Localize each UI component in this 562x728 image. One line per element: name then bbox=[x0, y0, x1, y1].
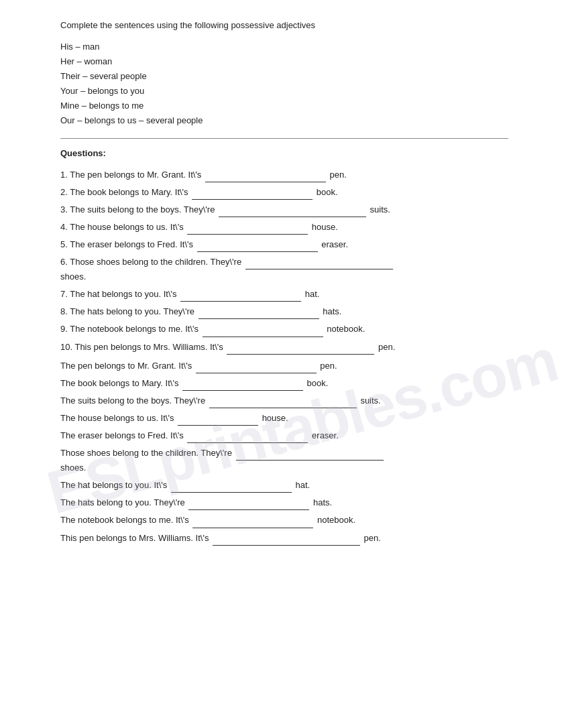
question-4: 4. The house belongs to us. It\'s house. bbox=[60, 220, 508, 235]
question-10: 10. This pen belongs to Mrs. Williams. I… bbox=[60, 340, 508, 355]
repeat-blank-8[interactable] bbox=[188, 501, 309, 510]
repeat-blank-1[interactable] bbox=[196, 364, 317, 373]
blank-8[interactable] bbox=[199, 310, 319, 319]
repeat-blank-5[interactable] bbox=[187, 434, 308, 443]
repeat-blank-4[interactable] bbox=[178, 416, 258, 426]
repeat-9: The notebook belongs to me. It\'s notebo… bbox=[60, 513, 508, 528]
blank-9[interactable] bbox=[203, 328, 323, 337]
repeat-blank-6[interactable] bbox=[236, 451, 384, 461]
vocab-item-6: Our – belongs to us – several people bbox=[60, 113, 508, 128]
vocab-list: His – man Her – woman Their – several pe… bbox=[60, 40, 508, 129]
repeat-blank-2[interactable] bbox=[182, 381, 303, 391]
blank-5[interactable] bbox=[197, 243, 318, 252]
question-5: 5. The eraser belongs to Fred. It\'s era… bbox=[60, 237, 508, 252]
question-8: 8. The hats belong to you. They\'re hats… bbox=[60, 304, 508, 319]
questions-section: 1. The pen belongs to Mr. Grant. It\'s p… bbox=[60, 168, 508, 355]
blank-6[interactable] bbox=[245, 260, 393, 269]
blank-1[interactable] bbox=[205, 173, 326, 182]
repeat-blank-9[interactable] bbox=[192, 519, 313, 528]
vocab-item-1: His – man bbox=[60, 40, 508, 54]
repeat-blank-10[interactable] bbox=[213, 536, 360, 546]
blank-4[interactable] bbox=[187, 225, 308, 235]
repeat-2: The book belongs to Mary. It\'s book. bbox=[60, 376, 508, 391]
vocab-item-4: Your – belongs to you bbox=[60, 84, 508, 99]
blank-10[interactable] bbox=[227, 345, 374, 355]
question-1: 1. The pen belongs to Mr. Grant. It\'s p… bbox=[60, 168, 508, 182]
repeat-7: The hat belongs to you. It\'s hat. bbox=[60, 478, 508, 493]
page: Complete the sentences using the followi… bbox=[0, 0, 562, 568]
repeat-section: The pen belongs to Mr. Grant. It\'s pen.… bbox=[60, 359, 508, 546]
question-6: 6. Those shoes belong to the children. T… bbox=[60, 255, 508, 284]
repeat-blank-3[interactable] bbox=[209, 399, 357, 408]
repeat-8: The hats belong to you. They\'re hats. bbox=[60, 495, 508, 510]
question-9: 9. The notebook belongs to me. It\'s not… bbox=[60, 322, 508, 337]
repeat-3: The suits belong to the boys. They\'re s… bbox=[60, 393, 508, 408]
repeat-4: The house belongs to us. It\'s house. bbox=[60, 411, 508, 426]
repeat-blank-7[interactable] bbox=[171, 483, 292, 493]
vocab-item-5: Mine – belongs to me bbox=[60, 99, 508, 113]
vocab-item-2: Her – woman bbox=[60, 54, 508, 69]
blank-2[interactable] bbox=[192, 190, 313, 200]
blank-7[interactable] bbox=[180, 292, 301, 302]
question-3: 3. The suits belong to the boys. They\'r… bbox=[60, 202, 508, 217]
repeat-10: This pen belongs to Mrs. Williams. It\'s… bbox=[60, 531, 508, 546]
blank-3[interactable] bbox=[219, 208, 366, 217]
repeat-5: The eraser belongs to Fred. It\'s eraser… bbox=[60, 428, 508, 443]
questions-label: Questions: bbox=[60, 148, 508, 158]
instructions-text: Complete the sentences using the followi… bbox=[60, 20, 508, 30]
question-2: 2. The book belongs to Mary. It\'s book. bbox=[60, 185, 508, 200]
repeat-1: The pen belongs to Mr. Grant. It\'s pen. bbox=[60, 359, 508, 373]
question-7: 7. The hat belongs to you. It\'s hat. bbox=[60, 287, 508, 302]
vocab-item-3: Their – several people bbox=[60, 69, 508, 84]
repeat-6: Those shoes belong to the children. They… bbox=[60, 446, 508, 475]
section-divider bbox=[60, 138, 508, 139]
